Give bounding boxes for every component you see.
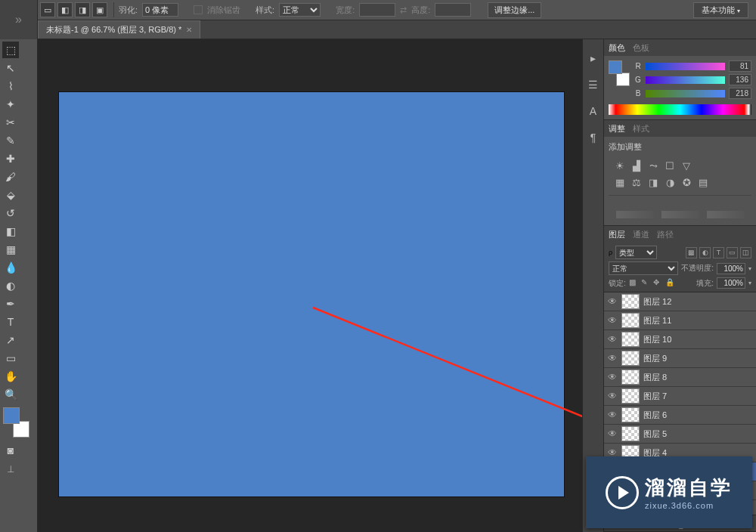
lock-all-icon[interactable]: 🔒 — [665, 278, 675, 288]
marquee-tool[interactable]: ⬚ — [2, 42, 19, 58]
tab-paths[interactable]: 路径 — [657, 229, 674, 240]
eraser-tool[interactable]: ◧ — [2, 223, 19, 240]
healing-tool[interactable]: ✚ — [2, 150, 19, 167]
lock-transparent-icon[interactable]: ▩ — [629, 278, 639, 288]
layer-thumbnail[interactable] — [622, 389, 639, 403]
tab-channels[interactable]: 通道 — [633, 229, 649, 240]
type-tool[interactable]: T — [2, 314, 19, 330]
pen-tool[interactable]: ✒ — [2, 295, 19, 312]
blend-mode-select[interactable]: 正常 — [609, 261, 678, 275]
layer-name[interactable]: 图层 11 — [643, 315, 671, 326]
visibility-icon[interactable]: 👁 — [607, 334, 618, 345]
mixer-icon[interactable]: ✪ — [680, 175, 693, 189]
visibility-icon[interactable]: 👁 — [607, 391, 618, 401]
tab-layers[interactable]: 图层 — [609, 229, 625, 240]
subtract-selection-icon[interactable]: ◨ — [75, 2, 90, 17]
path-tool[interactable]: ↗ — [2, 332, 19, 348]
foreground-swatch[interactable] — [3, 407, 20, 424]
layer-thumbnail[interactable] — [622, 314, 639, 327]
layer-row[interactable]: 👁图层 9 — [604, 349, 756, 368]
shape-tool[interactable]: ▭ — [2, 350, 19, 367]
visibility-icon[interactable]: 👁 — [607, 353, 618, 363]
visibility-icon[interactable]: 👁 — [607, 372, 618, 382]
layer-thumbnail[interactable] — [622, 351, 639, 365]
lasso-tool[interactable]: ⌇ — [2, 78, 19, 94]
layer-row[interactable]: 👁图层 6 — [604, 406, 756, 425]
layer-filter-select[interactable]: 类型 — [615, 246, 657, 259]
photo-filter-icon[interactable]: ◑ — [663, 175, 677, 189]
quick-mask-tool[interactable]: ◙ — [2, 442, 19, 459]
filter-type-icon[interactable]: T — [713, 247, 724, 258]
r-value[interactable]: 81 — [729, 60, 751, 72]
intersect-selection-icon[interactable]: ▣ — [92, 2, 107, 17]
opacity-field[interactable]: 100% — [717, 263, 745, 274]
layer-thumbnail[interactable] — [622, 332, 639, 346]
layer-row[interactable]: 👁图层 12 — [604, 292, 756, 311]
layer-row[interactable]: 👁图层 11 — [604, 311, 756, 330]
balance-icon[interactable]: ⚖ — [630, 175, 643, 189]
layer-row[interactable]: 👁图层 10 — [604, 330, 756, 349]
canvas[interactable] — [59, 92, 564, 496]
g-value[interactable]: 136 — [729, 74, 751, 85]
stamp-tool[interactable]: ⬙ — [2, 187, 19, 203]
visibility-icon[interactable]: 👁 — [607, 315, 618, 326]
b-slider[interactable] — [646, 90, 725, 97]
crop-tool[interactable]: ✂ — [2, 114, 19, 131]
layer-name[interactable]: 图层 9 — [643, 353, 667, 364]
feather-input[interactable] — [142, 3, 178, 17]
close-icon[interactable]: ✕ — [186, 26, 192, 34]
color-swatch-picker[interactable] — [609, 60, 630, 91]
move-tool[interactable]: ↖ — [2, 60, 19, 76]
hand-tool[interactable]: ✋ — [2, 368, 19, 385]
gradient-tool[interactable]: ▦ — [2, 241, 19, 258]
visibility-icon[interactable]: 👁 — [607, 296, 618, 307]
canvas-area[interactable] — [38, 39, 582, 532]
layer-thumbnail[interactable] — [622, 295, 639, 308]
layer-thumbnail[interactable] — [622, 408, 639, 422]
history-panel-icon[interactable]: ▸ — [586, 51, 601, 66]
eyedropper-tool[interactable]: ✎ — [2, 132, 19, 149]
layer-name[interactable]: 图层 5 — [643, 428, 667, 440]
fill-field[interactable]: 100% — [717, 277, 745, 289]
filter-pixel-icon[interactable]: ▩ — [686, 247, 697, 258]
workspace-select[interactable]: 基本功能 ▾ — [693, 2, 748, 18]
history-brush-tool[interactable]: ↺ — [2, 205, 19, 221]
layer-row[interactable]: 👁图层 8 — [604, 368, 756, 387]
layer-name[interactable]: 图层 12 — [643, 296, 671, 308]
lock-position-icon[interactable]: ✥ — [653, 278, 663, 288]
hue-icon[interactable]: ▦ — [613, 175, 627, 189]
quick-select-tool[interactable]: ✦ — [2, 96, 19, 113]
color-swatches[interactable] — [3, 407, 33, 438]
brush-tool[interactable]: 🖌 — [2, 169, 19, 185]
screenmode-tool[interactable]: ⟂ — [2, 460, 19, 477]
spectrum-picker[interactable] — [609, 104, 751, 115]
g-slider[interactable] — [646, 76, 725, 84]
blur-tool[interactable]: 💧 — [2, 259, 19, 276]
b-value[interactable]: 218 — [729, 88, 751, 99]
vibrance-icon[interactable]: ▽ — [680, 159, 693, 172]
tab-adjustments[interactable]: 调整 — [609, 123, 625, 135]
layer-row[interactable]: 👁图层 5 — [604, 425, 756, 444]
dodge-tool[interactable]: ◐ — [2, 277, 19, 294]
properties-panel-icon[interactable]: ☰ — [586, 77, 601, 92]
filter-adj-icon[interactable]: ◐ — [699, 247, 711, 258]
curves-icon[interactable]: ⤳ — [646, 159, 660, 172]
antialias-checkbox[interactable] — [194, 5, 203, 14]
document-tab[interactable]: 未标题-1 @ 66.7% (图层 3, RGB/8) * ✕ — [38, 20, 200, 39]
bw-icon[interactable]: ◨ — [646, 175, 660, 189]
tab-styles[interactable]: 样式 — [633, 123, 649, 135]
filter-smart-icon[interactable]: ◫ — [740, 247, 751, 258]
selection-tool-icon[interactable]: ▭ — [40, 2, 55, 17]
layer-thumbnail[interactable] — [622, 427, 639, 441]
paragraph-panel-icon[interactable]: ¶ — [586, 130, 601, 145]
layer-name[interactable]: 图层 10 — [643, 334, 671, 345]
filter-shape-icon[interactable]: ▭ — [727, 247, 738, 258]
layer-row[interactable]: 👁图层 7 — [604, 387, 756, 406]
layer-name[interactable]: 图层 8 — [643, 372, 667, 383]
r-slider[interactable] — [646, 63, 725, 70]
tab-swatches[interactable]: 色板 — [633, 42, 649, 54]
exposure-icon[interactable]: ☐ — [663, 159, 677, 172]
layer-name[interactable]: 图层 7 — [643, 391, 667, 402]
tab-color[interactable]: 颜色 — [609, 42, 625, 54]
brightness-icon[interactable]: ☀ — [613, 159, 627, 172]
